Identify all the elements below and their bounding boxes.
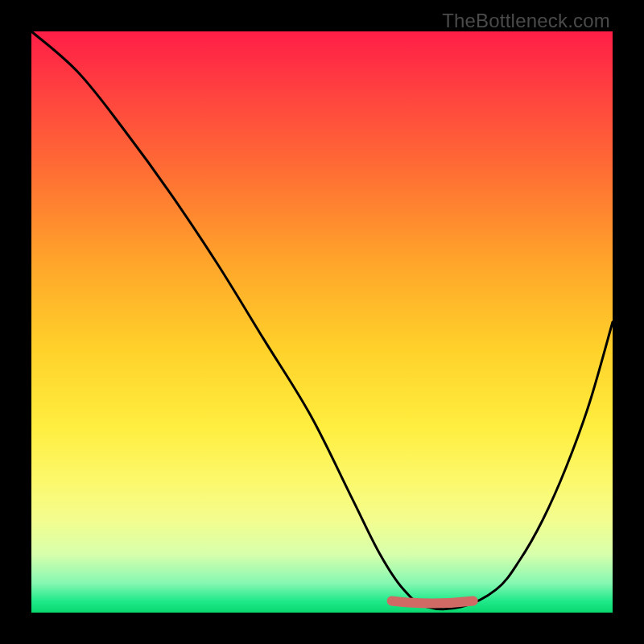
curve-path xyxy=(31,31,613,609)
watermark-text: TheBottleneck.com xyxy=(442,10,610,32)
chart-svg xyxy=(31,31,613,613)
highlight-path xyxy=(392,601,473,604)
